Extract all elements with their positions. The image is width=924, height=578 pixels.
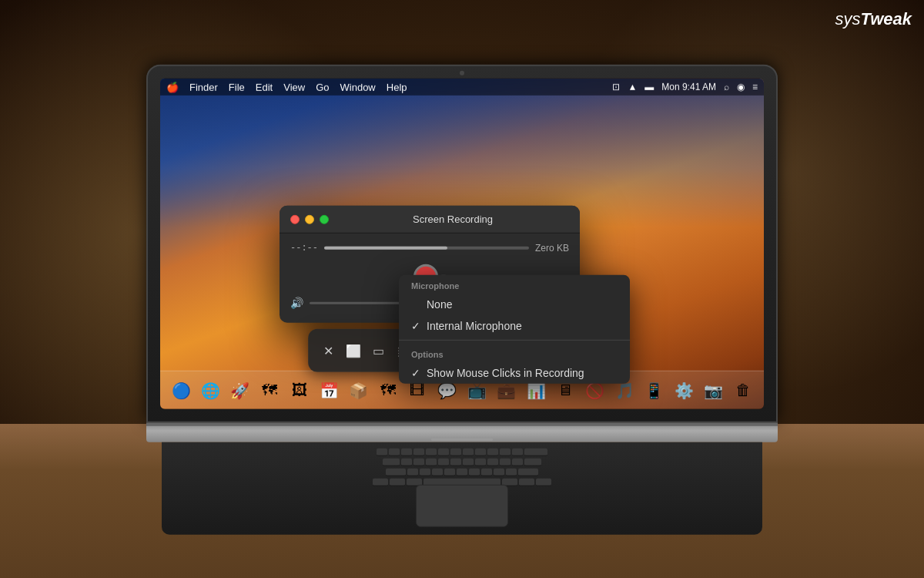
screen-inner: 🍎 Finder File Edit View Go Window Help ⊡… — [160, 79, 764, 409]
key-row-1 — [168, 449, 756, 456]
key[interactable] — [444, 469, 455, 476]
volume-icon: 🔊 — [290, 297, 303, 309]
key[interactable] — [524, 449, 547, 456]
microphone-section-label: Microphone — [399, 275, 630, 294]
key[interactable] — [500, 459, 511, 466]
window-titlebar: Screen Recording — [280, 206, 580, 234]
internal-mic-checkmark: ✓ — [411, 320, 427, 332]
key[interactable] — [426, 449, 437, 456]
key[interactable] — [457, 469, 467, 476]
trackpad[interactable] — [416, 485, 508, 527]
dock-maps2[interactable]: 🗺 — [375, 376, 401, 404]
key[interactable] — [377, 449, 387, 456]
dock-calendar[interactable]: 📅 — [316, 376, 342, 404]
key[interactable] — [438, 459, 449, 466]
menubar-right: ⊡ ▲ ▬ Mon 9:41 AM ⌕ ◉ ≡ — [612, 82, 758, 92]
dock-maps[interactable]: 🗺 — [256, 376, 283, 404]
siri-icon[interactable]: ◉ — [737, 82, 745, 92]
help-menu[interactable]: Help — [387, 81, 407, 92]
key[interactable] — [450, 449, 461, 456]
dock-camera[interactable]: 📷 — [700, 376, 726, 404]
close-button[interactable] — [290, 214, 300, 223]
key[interactable] — [518, 469, 538, 476]
key-row-2 — [168, 459, 756, 466]
recording-status: --:-- Zero KB — [290, 243, 569, 254]
key[interactable] — [407, 469, 418, 476]
camera-dot — [460, 71, 464, 76]
dock-launchpad[interactable]: 🚀 — [227, 376, 253, 404]
key[interactable] — [494, 469, 504, 476]
key[interactable] — [512, 449, 523, 456]
clock: Mon 9:41 AM — [661, 82, 716, 92]
window-title: Screen Recording — [336, 213, 569, 225]
key[interactable] — [524, 459, 541, 466]
key[interactable] — [401, 449, 412, 456]
trackpad-notch — [431, 439, 493, 441]
dock-prefs[interactable]: ⚙️ — [671, 376, 697, 404]
key[interactable] — [420, 469, 430, 476]
search-icon[interactable]: ⌕ — [724, 82, 729, 92]
key[interactable] — [500, 449, 511, 456]
none-label: None — [427, 298, 452, 311]
dock-photos[interactable]: 🖼 — [286, 376, 313, 404]
brand-sys: sys — [835, 9, 861, 29]
minimize-button[interactable] — [305, 214, 314, 223]
show-mouse-checkmark: ✓ — [411, 367, 427, 379]
none-option[interactable]: None — [399, 294, 630, 315]
key[interactable] — [487, 449, 498, 456]
key[interactable] — [390, 479, 405, 486]
key[interactable] — [450, 459, 461, 466]
key[interactable] — [463, 459, 474, 466]
key[interactable] — [506, 469, 517, 476]
key[interactable] — [383, 459, 400, 466]
internal-mic-option[interactable]: ✓ Internal Microphone — [399, 315, 630, 337]
key[interactable] — [536, 479, 551, 486]
time-display: --:-- — [290, 243, 318, 254]
key[interactable] — [426, 459, 437, 466]
key[interactable] — [432, 469, 443, 476]
menubar: 🍎 Finder File Edit View Go Window Help ⊡… — [160, 79, 764, 96]
show-mouse-clicks-option[interactable]: ✓ Show Mouse Clicks in Recording — [399, 362, 630, 384]
key[interactable] — [475, 449, 486, 456]
stop-icon[interactable]: ✕ — [320, 342, 336, 359]
window-menu[interactable]: Window — [340, 81, 376, 92]
key[interactable] — [512, 459, 523, 466]
key[interactable] — [401, 459, 412, 466]
dock-notes[interactable]: 📦 — [345, 376, 371, 404]
battery-icon: ▬ — [644, 82, 654, 92]
dock-safari[interactable]: 🌐 — [197, 376, 223, 404]
keyboard-area — [162, 442, 762, 535]
laptop-base — [146, 423, 778, 442]
dock-finder[interactable]: 🔵 — [168, 376, 194, 404]
menu-divider — [399, 340, 630, 341]
key[interactable] — [475, 459, 486, 466]
key[interactable] — [438, 449, 449, 456]
brand-logo: sysTweak — [835, 9, 912, 29]
apple-menu[interactable]: 🍎 — [166, 81, 179, 92]
finder-menu[interactable]: Finder — [189, 81, 218, 92]
traffic-lights — [290, 214, 329, 223]
window-icon[interactable]: ▭ — [370, 342, 386, 359]
edit-menu[interactable]: Edit — [256, 81, 273, 92]
key[interactable] — [469, 469, 480, 476]
laptop: 🍎 Finder File Edit View Go Window Help ⊡… — [146, 65, 778, 496]
key[interactable] — [481, 469, 492, 476]
key[interactable] — [386, 469, 406, 476]
key[interactable] — [519, 479, 534, 486]
file-menu[interactable]: File — [229, 81, 245, 92]
key[interactable] — [373, 479, 388, 486]
go-menu[interactable]: Go — [316, 81, 329, 92]
maximize-button[interactable] — [320, 214, 329, 223]
control-center-icon[interactable]: ≡ — [752, 82, 758, 92]
dock-trash[interactable]: 🗑 — [730, 376, 756, 404]
options-section-label: Options — [399, 344, 630, 362]
dock-appstore[interactable]: 📱 — [641, 376, 667, 404]
key[interactable] — [413, 449, 424, 456]
key[interactable] — [389, 449, 400, 456]
view-menu[interactable]: View — [283, 81, 305, 92]
key[interactable] — [413, 459, 424, 466]
fullscreen-icon[interactable]: ⬜ — [346, 342, 361, 359]
progress-bar — [324, 247, 529, 250]
key[interactable] — [463, 449, 474, 456]
key[interactable] — [487, 459, 498, 466]
